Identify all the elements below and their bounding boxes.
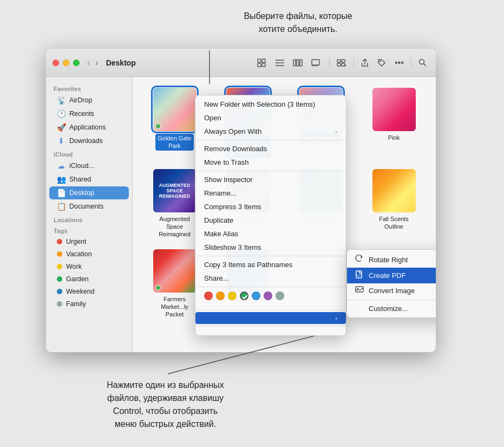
- file-thumbnail-pink: [372, 88, 416, 131]
- more-button[interactable]: •••: [392, 56, 407, 69]
- file-label-fs: Fall Scents Outline: [379, 215, 408, 231]
- cm-always-open[interactable]: Always Open With ›: [195, 125, 346, 138]
- maximize-button[interactable]: [73, 60, 80, 66]
- sidebar-section-locations: Locations: [46, 213, 132, 224]
- sm-create-pdf[interactable]: PDF Create PDF: [347, 268, 436, 283]
- cm-sep-2: [195, 171, 346, 171]
- svg-text:PDF: PDF: [357, 274, 362, 277]
- file-label-aug: Augmented Space Reimagined: [152, 215, 198, 238]
- view-columns-button[interactable]: [290, 57, 305, 68]
- svg-rect-2: [258, 59, 261, 62]
- downloads-icon: ⬇: [57, 137, 66, 145]
- cm-sep-6: [195, 326, 346, 326]
- cm-open[interactable]: Open: [195, 111, 346, 125]
- view-list-button[interactable]: [273, 57, 287, 68]
- tag-button[interactable]: [375, 57, 389, 69]
- cm-new-folder[interactable]: New Folder with Selection (3 Items): [195, 98, 346, 111]
- svg-rect-15: [316, 65, 318, 66]
- sidebar-item-applications[interactable]: 🚀 Applications: [49, 121, 129, 134]
- group-button[interactable]: ▾: [334, 57, 349, 68]
- titlebar: ‹ › Desktop ▾: [46, 49, 436, 77]
- sidebar-item-shared[interactable]: 👥 Shared: [49, 173, 129, 186]
- toolbar-separator: [329, 58, 330, 68]
- documents-icon: 📋: [57, 202, 66, 211]
- search-button[interactable]: [416, 57, 429, 68]
- status-dot-fm: [155, 285, 161, 290]
- file-item-fs[interactable]: Fall Scents Outline: [360, 166, 428, 241]
- location-label: Desktop: [106, 59, 136, 67]
- cm-move-trash[interactable]: Move to Trash: [195, 156, 346, 169]
- applications-icon: 🚀: [57, 123, 66, 132]
- cm-compress[interactable]: Compress 3 Items: [195, 200, 346, 213]
- cm-copy-pathnames[interactable]: Copy 3 Items as Pathnames: [195, 258, 346, 271]
- tag-vacation-dot: [57, 251, 62, 257]
- sidebar-section-tags: Tags: [46, 224, 132, 235]
- toolbar-separator-2: [354, 58, 354, 68]
- sm-rotate-right[interactable]: Rotate Right: [347, 252, 436, 268]
- tag-work-dot: [57, 264, 62, 269]
- file-item-pink[interactable]: Pink: [360, 85, 428, 161]
- sidebar-item-tag-work[interactable]: Work: [49, 261, 129, 273]
- tag-circle-orange[interactable]: [216, 291, 225, 300]
- svg-point-22: [420, 60, 424, 64]
- icloud-icon: ☁: [57, 161, 66, 170]
- svg-rect-10: [297, 60, 299, 66]
- tag-circle-gray[interactable]: [276, 291, 284, 300]
- sidebar-item-tag-garden[interactable]: Garden: [49, 273, 129, 285]
- cm-duplicate[interactable]: Duplicate: [195, 213, 346, 227]
- back-button[interactable]: ‹: [85, 57, 92, 69]
- sidebar-item-desktop[interactable]: 📄 Desktop: [49, 186, 129, 199]
- share-button[interactable]: [358, 57, 371, 69]
- sidebar-item-recents[interactable]: 🕐 Recents: [49, 107, 129, 120]
- cm-remove-downloads[interactable]: Remove Downloads: [195, 142, 346, 156]
- view-gallery-button[interactable]: [309, 57, 325, 68]
- forward-button[interactable]: ›: [93, 57, 100, 69]
- sidebar-section-favorites: Favorites: [46, 82, 132, 93]
- svg-rect-14: [314, 65, 316, 66]
- minimize-button[interactable]: [63, 60, 69, 66]
- svg-rect-12: [312, 60, 319, 65]
- tag-circle-yellow[interactable]: [228, 291, 237, 300]
- cm-share[interactable]: Share...: [195, 271, 346, 285]
- cm-slideshow[interactable]: Slideshow 3 Items: [195, 241, 346, 254]
- nav-arrows: ‹ ›: [85, 57, 101, 69]
- cm-tags-row: [195, 289, 346, 303]
- traffic-lights: [53, 60, 80, 66]
- close-button[interactable]: [53, 60, 59, 66]
- sm-convert-image[interactable]: Convert Image: [347, 283, 436, 298]
- cm-set-desktop[interactable]: [195, 328, 346, 333]
- sidebar-item-airdrop[interactable]: 📡 AirDrop: [49, 94, 129, 107]
- cm-show-inspector[interactable]: Show Inspector: [195, 173, 346, 186]
- create-pdf-icon: PDF: [355, 270, 364, 281]
- sidebar-item-downloads[interactable]: ⬇ Downloads: [49, 134, 129, 147]
- tag-urgent-dot: [57, 239, 62, 244]
- shared-icon: 👥: [57, 175, 66, 184]
- sidebar-item-tag-family[interactable]: Family: [49, 298, 129, 310]
- file-label-ggp: Golden Gate Park: [155, 134, 193, 151]
- cm-sep-3: [195, 256, 346, 256]
- cm-make-alias[interactable]: Make Alias: [195, 227, 346, 241]
- airdrop-icon: 📡: [57, 96, 66, 105]
- toolbar-icons: ▾ •••: [254, 56, 429, 69]
- sidebar-item-tag-urgent[interactable]: Urgent: [49, 236, 129, 248]
- cm-tags[interactable]: [195, 303, 346, 308]
- sidebar-item-documents[interactable]: 📋 Documents: [49, 200, 129, 213]
- sm-customize[interactable]: Customize...: [347, 302, 436, 315]
- sidebar-item-tag-weekend[interactable]: Weekend: [49, 286, 129, 297]
- svg-point-21: [379, 60, 381, 62]
- svg-rect-16: [337, 60, 341, 62]
- quick-actions-chevron: ›: [335, 315, 337, 321]
- sidebar-section-icloud: iCloud: [46, 148, 132, 159]
- svg-rect-9: [293, 60, 296, 66]
- svg-rect-5: [262, 63, 265, 67]
- cm-quick-actions[interactable]: ›: [195, 312, 346, 324]
- tag-circle-purple[interactable]: [264, 291, 272, 300]
- recents-icon: 🕐: [57, 109, 66, 118]
- view-grid-button[interactable]: [254, 57, 270, 69]
- tag-circle-red[interactable]: [204, 291, 213, 300]
- tag-circle-green[interactable]: [240, 291, 248, 300]
- tag-circle-blue[interactable]: [252, 291, 260, 300]
- sidebar-item-icloud[interactable]: ☁ iCloud...: [49, 159, 129, 172]
- cm-rename[interactable]: Rename...: [195, 186, 346, 200]
- sidebar-item-tag-vacation[interactable]: Vacation: [49, 248, 129, 260]
